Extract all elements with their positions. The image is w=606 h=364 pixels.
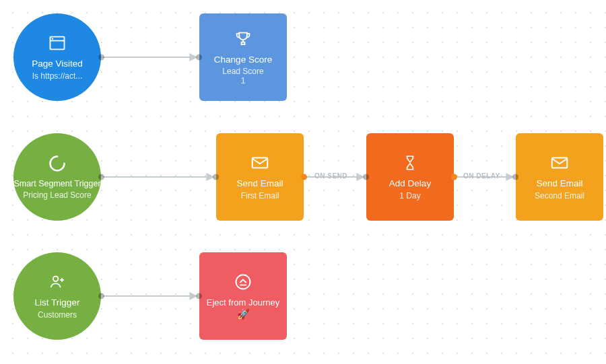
node-title: Page Visited <box>32 59 83 69</box>
edge-label-on-delay: ON DELAY <box>463 172 500 180</box>
node-title: Send Email <box>236 178 283 189</box>
node-subtitle: Customers <box>38 310 77 320</box>
svg-point-11 <box>236 275 250 289</box>
port-in[interactable] <box>363 174 369 180</box>
mail-icon <box>549 153 570 173</box>
eject-icon <box>233 272 253 292</box>
mail-icon <box>250 153 270 173</box>
node-send-email-2[interactable]: Send Email Second Email <box>516 133 603 221</box>
node-title: Eject from Journey <box>207 297 279 308</box>
port-out[interactable] <box>98 54 104 61</box>
svg-rect-9 <box>552 158 568 168</box>
node-subtitle: Pricing Lead Score <box>23 190 91 201</box>
node-subtitle: Is https://act... <box>32 71 83 81</box>
port-in[interactable] <box>512 174 518 180</box>
hourglass-icon <box>400 153 420 173</box>
user-add-icon <box>47 272 67 292</box>
node-title: Send Email <box>536 178 582 189</box>
node-smart-segment-trigger[interactable]: Smart Segment Trigger Pricing Lead Score <box>13 133 101 221</box>
port-out[interactable] <box>98 174 104 180</box>
port-out[interactable] <box>301 174 307 180</box>
spinner-icon <box>47 153 67 174</box>
node-subtitle-2: 1 <box>241 77 246 85</box>
node-subtitle: Second Email <box>535 191 584 201</box>
node-title: Smart Segment Trigger <box>13 179 100 189</box>
node-change-score[interactable]: Change Score Lead Score 1 <box>199 13 287 101</box>
node-subtitle: 1 Day <box>399 191 420 201</box>
port-out[interactable] <box>98 293 104 299</box>
svg-rect-8 <box>252 158 268 168</box>
svg-rect-7 <box>52 38 53 40</box>
trophy-icon <box>233 29 253 49</box>
node-add-delay[interactable]: Add Delay 1 Day <box>366 133 454 221</box>
port-in[interactable] <box>196 54 202 61</box>
port-out[interactable] <box>451 174 457 180</box>
node-subtitle: Lead Score <box>222 67 263 77</box>
node-title: List Trigger <box>35 297 80 308</box>
node-page-visited[interactable]: Page Visited Is https://act... <box>13 13 101 101</box>
edge-label-on-send: ON SEND <box>314 172 347 180</box>
node-title: Change Score <box>214 54 272 65</box>
port-in[interactable] <box>213 174 219 180</box>
rocket-icon: 🚀 <box>237 308 250 320</box>
node-list-trigger[interactable]: List Trigger Customers <box>13 252 101 340</box>
node-eject-from-journey[interactable]: Eject from Journey 🚀 <box>199 252 287 340</box>
port-in[interactable] <box>196 293 202 299</box>
node-subtitle: First Email <box>241 191 279 201</box>
node-send-email-1[interactable]: Send Email First Email <box>216 133 304 221</box>
node-title: Add Delay <box>389 178 431 189</box>
svg-point-10 <box>53 277 58 281</box>
browser-window-icon <box>47 33 67 53</box>
